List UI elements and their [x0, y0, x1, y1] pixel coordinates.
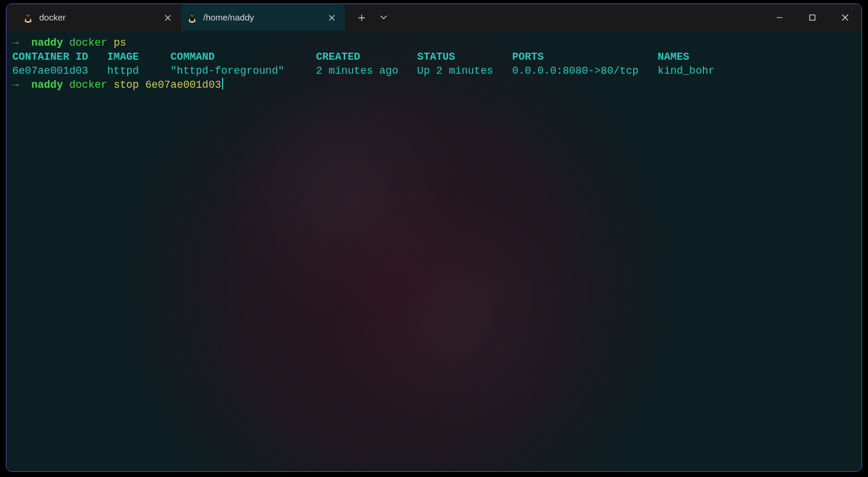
tab-dropdown-button[interactable] [373, 7, 394, 28]
command-name: docker [69, 79, 107, 91]
prompt-user: naddy [31, 79, 63, 91]
tab-title: docker [39, 11, 155, 25]
svg-point-11 [190, 17, 194, 22]
minimize-button[interactable] [763, 4, 796, 31]
svg-point-15 [193, 15, 193, 16]
tab-strip: docker [6, 4, 345, 31]
cell-ports: 0.0.0.0:8080->80/tcp [512, 65, 638, 77]
table-header: COMMAND [170, 51, 215, 63]
svg-rect-18 [810, 15, 815, 20]
cell-container-id: 6e07ae001d03 [12, 65, 88, 77]
table-header: CREATED [316, 51, 361, 63]
new-tab-button[interactable] [351, 7, 372, 28]
cell-image: httpd [107, 65, 139, 77]
terminal-line: → naddy docker ps [12, 36, 856, 50]
tab-docker[interactable]: docker [17, 4, 181, 31]
titlebar: docker [6, 4, 862, 31]
cell-command: "httpd-foreground" [170, 65, 284, 77]
svg-point-17 [193, 21, 196, 22]
terminal-line: → naddy docker stop 6e07ae001d03 [12, 78, 856, 92]
close-icon[interactable] [326, 12, 337, 23]
table-header: PORTS [512, 51, 544, 63]
command-name: docker [69, 37, 107, 49]
table-header-row: CONTAINER ID IMAGE COMMAND CREATED STATU… [12, 50, 856, 64]
command-arg: stop [114, 79, 139, 91]
terminal-background [6, 31, 862, 471]
cell-names: kind_bohr [658, 65, 715, 77]
terminal-window: docker [6, 4, 862, 472]
svg-point-7 [25, 21, 28, 22]
cursor [222, 78, 223, 90]
table-header: STATUS [417, 51, 455, 63]
maximize-button[interactable] [796, 4, 829, 31]
cell-created: 2 minutes ago [316, 65, 398, 77]
prompt-user: naddy [31, 37, 63, 49]
svg-point-2 [26, 17, 30, 22]
command-arg: ps [114, 37, 127, 49]
command-arg: 6e07ae001d03 [145, 79, 221, 91]
window-controls [763, 4, 862, 31]
prompt-arrow: → [12, 79, 19, 91]
table-header: IMAGE [107, 51, 139, 63]
tux-icon [23, 12, 33, 23]
svg-point-16 [189, 21, 192, 22]
tab-home-naddy[interactable]: /home/naddy [181, 4, 345, 31]
terminal-area[interactable]: → naddy docker ps CONTAINER ID IMAGE COM… [6, 31, 862, 471]
tab-title: /home/naddy [203, 11, 319, 25]
table-row: 6e07ae001d03 httpd "httpd-foreground" 2 … [12, 64, 856, 78]
close-icon[interactable] [162, 12, 173, 23]
svg-point-6 [29, 15, 29, 16]
prompt-arrow: → [12, 37, 19, 49]
svg-point-14 [191, 15, 192, 16]
terminal-output: → naddy docker ps CONTAINER ID IMAGE COM… [12, 36, 856, 92]
table-header: NAMES [658, 51, 689, 63]
table-header: CONTAINER ID [12, 51, 88, 63]
tab-actions [345, 4, 394, 31]
svg-point-8 [29, 21, 32, 22]
close-window-button[interactable] [829, 4, 862, 31]
tux-icon [187, 12, 197, 23]
cell-status: Up 2 minutes [417, 65, 493, 77]
svg-point-5 [27, 15, 28, 16]
